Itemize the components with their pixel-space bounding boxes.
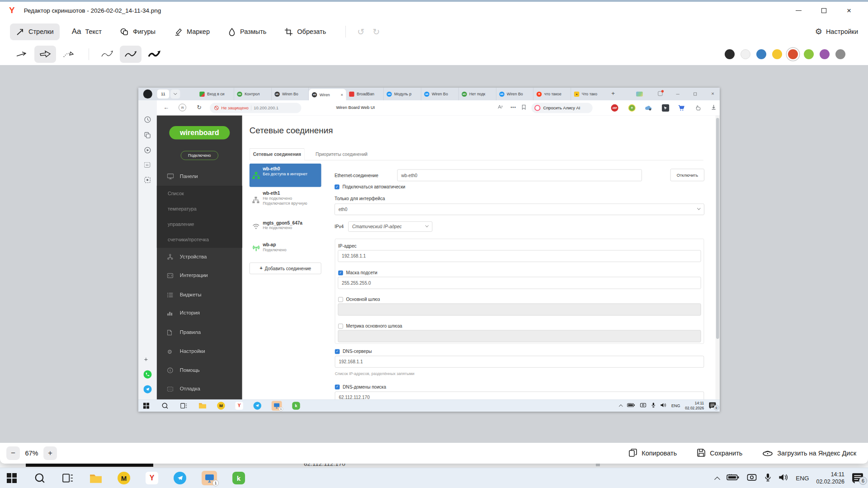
toolbar-separator	[89, 48, 89, 60]
search-button[interactable]	[33, 472, 46, 484]
ipv4-label: IPv4	[335, 224, 344, 229]
browser-profile-avatar	[143, 89, 152, 99]
explorer-button[interactable]	[90, 472, 102, 484]
editor-toolbar: Стрелки Aa Текст Фигуры Маркер Размыть О…	[0, 20, 868, 43]
wirenboard-favicon: wb	[424, 91, 429, 96]
screenshot-app-button-active[interactable]: 1	[202, 471, 217, 485]
connection-item: wb-ap Подключено	[250, 241, 321, 257]
metric-input	[338, 330, 701, 343]
browser-close-icon: ×	[708, 91, 717, 98]
color-swatch-green[interactable]	[804, 49, 814, 59]
telegram-button[interactable]	[174, 472, 186, 484]
tool-text[interactable]: Aa Текст	[66, 23, 108, 40]
language-indicator: ENG	[671, 404, 680, 408]
add-connection-button: + Добавить соединение	[250, 263, 321, 274]
k-app-icon: k	[292, 402, 300, 409]
color-swatch-yellow[interactable]	[772, 49, 782, 59]
language-indicator[interactable]: ENG	[796, 475, 809, 482]
date: 02.02.2026	[685, 406, 704, 411]
yandex-search-icon: Я	[179, 103, 186, 111]
marker-arrow-medium[interactable]	[120, 46, 142, 63]
marker-arrow-thin[interactable]	[96, 46, 118, 63]
color-swatch-white[interactable]	[741, 49, 750, 59]
notification-count-badge: 6	[859, 477, 867, 485]
tool-crop[interactable]: Обрезать	[278, 23, 332, 40]
cloud-extension-icon	[645, 104, 652, 112]
yandex-disk-icon	[762, 448, 773, 459]
battery-icon[interactable]	[726, 474, 739, 483]
color-swatch-black[interactable]	[725, 49, 735, 59]
wirenboard-logo: wirenboard	[169, 126, 230, 139]
download-icon	[711, 105, 716, 112]
browser-tab: wbМодуль р	[384, 88, 421, 100]
undo-button[interactable]: ↺	[353, 27, 368, 37]
start-button[interactable]	[5, 472, 18, 484]
m-app-button[interactable]: M	[118, 472, 130, 484]
tool-blur[interactable]: Размыть	[222, 23, 272, 40]
k-app-button[interactable]: k	[232, 472, 245, 484]
yandex-browser-button[interactable]: Y	[146, 472, 158, 484]
ip-input: 192.168.1.1	[338, 250, 701, 262]
arrow-style-line[interactable]	[11, 46, 33, 63]
dns-input: 192.168.1.1	[335, 356, 704, 367]
color-swatch-gray[interactable]	[835, 49, 845, 59]
scrollbar-thumb	[716, 118, 719, 339]
arrow-style-solid[interactable]	[34, 46, 56, 63]
zoom-in-button[interactable]: +	[43, 446, 57, 460]
redo-button[interactable]: ↻	[368, 27, 384, 37]
list-icon	[167, 292, 174, 298]
tray-expand-button[interactable]	[714, 476, 720, 482]
close-button[interactable]: ×	[836, 3, 862, 18]
page-title: Сетевые соединения	[250, 126, 333, 135]
color-swatch-blue[interactable]	[756, 49, 766, 59]
document-icon	[167, 330, 174, 336]
browser-tab: wbWiren Bo	[421, 88, 459, 100]
camera-icon[interactable]	[746, 474, 757, 483]
task-view-button[interactable]	[61, 472, 74, 484]
settings-button[interactable]: ⚙ Настройки	[815, 27, 858, 37]
arrow-style-dotted[interactable]	[58, 46, 80, 63]
tool-shapes[interactable]: Фигуры	[114, 23, 161, 40]
badge: 1	[212, 480, 219, 486]
tabs-panel-icon: 11	[144, 162, 150, 168]
color-swatch-purple[interactable]	[820, 49, 830, 59]
access-point-icon	[252, 244, 260, 253]
copy-button[interactable]: Копировать	[628, 448, 677, 459]
interface-select: eth0	[335, 204, 704, 215]
clock[interactable]: 14:11 02.02.2026	[816, 471, 844, 485]
microphone-icon[interactable]	[764, 473, 771, 483]
new-tab-button: +	[611, 90, 615, 97]
battery-icon	[627, 403, 635, 408]
copy-icon	[628, 448, 637, 459]
speaker-icon[interactable]	[778, 474, 788, 483]
page-scrollbar	[716, 116, 720, 399]
ip-settings-box: IP-адрес 192.168.1.1 ✓ Маска подсети 255…	[335, 239, 704, 343]
minimize-button[interactable]	[786, 3, 811, 18]
browser-tabbar: 11 Вход в си wbКонтрол wbWiren Bo wbWire…	[138, 88, 720, 100]
connection-item: mgts_gpon5_647a Не подключено	[250, 220, 321, 235]
arrow-tool-icon	[16, 28, 24, 36]
toolbar-separator	[345, 26, 346, 38]
alice-icon	[534, 105, 540, 111]
save-button[interactable]: Сохранить	[697, 448, 742, 459]
marker-arrow-bold[interactable]	[143, 46, 165, 63]
sidebar-submenu: Список температура управление счетчики/п…	[157, 186, 242, 248]
notification-center-icon: 6	[709, 402, 717, 409]
color-swatch-red-selected[interactable]	[788, 49, 798, 59]
maximize-button[interactable]	[811, 3, 836, 18]
network-nodes-icon	[167, 254, 174, 260]
editor-canvas[interactable]: 11 Вход в си wbКонтрол wbWiren Bo wbWire…	[0, 65, 868, 443]
ip-label: IP-адрес	[338, 243, 356, 248]
tool-marker[interactable]: Маркер	[168, 23, 216, 40]
zoom-out-button[interactable]: −	[6, 446, 20, 460]
connection-item: wb-eth1 Не подключено Подключается вручн…	[250, 190, 321, 213]
shapes-tool-icon	[120, 28, 129, 36]
reload-icon: ↻	[197, 104, 202, 111]
ethernet-icon	[252, 196, 259, 205]
terminal-icon	[167, 386, 174, 392]
back-icon: ←	[164, 104, 170, 111]
notification-center-button[interactable]: 6	[852, 473, 863, 483]
upload-yandex-disk-button[interactable]: Загрузить на Яндекс Диск	[762, 448, 856, 459]
tool-arrows[interactable]: Стрелки	[10, 23, 60, 40]
bookmark-icon	[522, 105, 526, 111]
